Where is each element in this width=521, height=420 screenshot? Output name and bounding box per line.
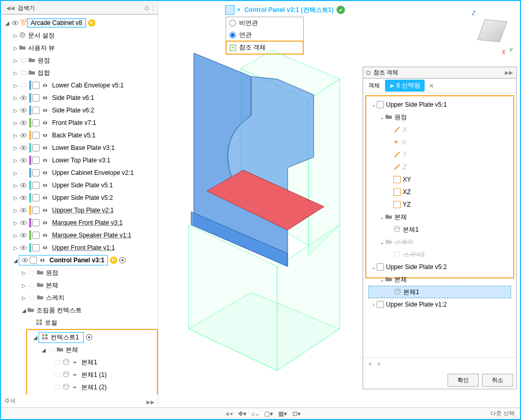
tree-item-body[interactable]: ➛본체1: [28, 356, 156, 368]
visibility-icon[interactable]: [19, 132, 28, 139]
caret-icon[interactable]: ▷: [13, 108, 19, 113]
tree-item-component[interactable]: ▷Lower Base Plate v3:1: [2, 142, 158, 154]
cancel-button[interactable]: 취소: [482, 374, 513, 387]
clear-selection-icon[interactable]: ✕: [429, 82, 434, 90]
radio-non-associative[interactable]: 비연관: [226, 17, 303, 29]
tree-item-component[interactable]: ▷Side Plate v6:2: [2, 104, 158, 117]
tree-item-component[interactable]: ▷Uppoer Top Plate v2:1: [2, 204, 158, 217]
tree-item[interactable]: ▷ 본체: [2, 279, 158, 291]
selection-count-tag[interactable]: ➤6 선택됨: [385, 80, 425, 92]
visibility-icon[interactable]: [19, 194, 28, 201]
tree-item-component[interactable]: ▷Upper Cabinet Envelope v2:1: [2, 167, 158, 179]
ref-item[interactable]: ›Upper Side Plate v1:2: [368, 298, 511, 311]
ref-item-body[interactable]: 본체1: [368, 223, 511, 236]
caret-icon[interactable]: ◢: [21, 308, 27, 313]
expand-arrows-icon[interactable]: ▶▶: [505, 70, 513, 75]
display-icon[interactable]: ▢▾: [264, 410, 273, 417]
pan-icon[interactable]: ✥▾: [238, 410, 246, 417]
tree-item-local[interactable]: ▷ 로컬: [2, 316, 158, 329]
visibility-icon[interactable]: [19, 144, 28, 151]
ref-item[interactable]: ⌄원점: [368, 111, 511, 123]
visibility-icon[interactable]: [19, 94, 28, 101]
ref-item-body-selected[interactable]: 본체1: [368, 286, 511, 298]
caret-icon[interactable]: ▷: [13, 220, 19, 226]
remove-icon[interactable]: ×: [377, 361, 381, 368]
collapse-arrows-icon[interactable]: ◀◀: [6, 5, 15, 11]
caret-icon[interactable]: ▷: [13, 133, 19, 138]
tree-item-component[interactable]: ▷Lower Top Plate v3:1: [2, 154, 158, 167]
activate-target-icon[interactable]: [119, 257, 126, 263]
visibility-icon[interactable]: [19, 182, 28, 189]
tree-item-component[interactable]: ▷Back Plate v5:1: [2, 129, 158, 142]
visibility-icon[interactable]: [19, 219, 28, 226]
caret-icon[interactable]: ▷: [13, 58, 19, 63]
caret-icon[interactable]: ▷: [13, 145, 19, 151]
caret-icon[interactable]: ◢: [32, 335, 39, 340]
radio-associative[interactable]: 연관: [226, 29, 303, 41]
visibility-icon[interactable]: [10, 19, 20, 27]
ref-item-origin-pt[interactable]: ✦⊙: [368, 136, 511, 148]
caret-icon[interactable]: ▷: [13, 195, 19, 201]
visibility-off-icon[interactable]: [53, 371, 63, 378]
caret-icon[interactable]: ◢: [13, 258, 19, 263]
ref-item-plane[interactable]: XY: [368, 173, 511, 186]
tree-item[interactable]: ▷ 접합: [2, 67, 158, 79]
add-icon[interactable]: +: [368, 361, 372, 368]
caret-icon[interactable]: ▷: [13, 233, 19, 238]
visibility-off-icon[interactable]: [53, 384, 63, 391]
snap-icon[interactable]: ⊡▾: [292, 410, 301, 417]
tree-item[interactable]: ▷ 사용자 뷰: [2, 42, 158, 54]
ref-item[interactable]: ⌄Upper Side Plate v5:1: [368, 98, 511, 111]
viewport-3d[interactable]: [163, 48, 361, 391]
tree-item-component[interactable]: ▷Upper Side Plate v5:1: [2, 179, 158, 192]
caret-icon[interactable]: ▷: [13, 45, 19, 51]
tree-item-component[interactable]: ▷Front Plate v7:1: [2, 117, 158, 129]
view-cube[interactable]: Z Y X: [471, 11, 513, 53]
visibility-off-icon[interactable]: [47, 346, 56, 353]
root-label[interactable]: Arcade Cabinet v8: [27, 18, 86, 28]
browser-settings-icon[interactable]: [145, 6, 149, 10]
visibility-off-icon[interactable]: [19, 69, 28, 77]
check-icon[interactable]: ✔: [337, 6, 345, 14]
ref-item[interactable]: ⌄본체: [368, 273, 511, 286]
ref-item-axis[interactable]: X: [368, 123, 511, 136]
caret-icon[interactable]: ▷: [21, 295, 27, 301]
caret-icon[interactable]: ▷: [13, 170, 19, 176]
zoom-icon[interactable]: ⌕▾: [252, 410, 259, 417]
visibility-off-icon[interactable]: [19, 57, 28, 64]
tree-item[interactable]: ◢ 본체: [28, 343, 156, 356]
caret-icon[interactable]: ▷: [13, 33, 19, 39]
caret-icon[interactable]: ▷: [21, 270, 27, 276]
tree-item[interactable]: ▷ 문서 설정: [2, 29, 158, 42]
tree-item-body[interactable]: ➛본체1 (1): [28, 368, 156, 381]
ref-item[interactable]: 스케치1: [368, 248, 511, 261]
caret-icon[interactable]: ▷: [13, 245, 19, 251]
tree-item-component[interactable]: ▷Side Plate v6:1: [2, 92, 158, 104]
visibility-icon[interactable]: [19, 207, 28, 214]
update-badge-icon[interactable]: ↻: [110, 257, 117, 264]
ok-button[interactable]: 확인: [448, 374, 479, 387]
tree-item-context1[interactable]: ◢ 컨텍스트1: [28, 331, 156, 343]
tree-item-component[interactable]: ▷Upper Side Plate v5:2: [2, 192, 158, 204]
ref-item-axis[interactable]: Y: [368, 148, 511, 161]
caret-icon[interactable]: ▷: [13, 158, 19, 163]
visibility-icon[interactable]: [20, 257, 30, 264]
component-header-label[interactable]: Control Panel v3:1 (컨텍스트1): [244, 6, 333, 15]
tab-objects[interactable]: 객체: [363, 80, 385, 92]
caret-icon[interactable]: ▷: [13, 95, 19, 101]
ref-item-plane[interactable]: YZ: [368, 198, 511, 211]
tree-item-control-panel[interactable]: ◢ Control Panel v3:1 ↻: [2, 254, 158, 266]
visibility-off-icon[interactable]: [27, 282, 36, 289]
visibility-off-icon[interactable]: [53, 359, 63, 366]
visibility-icon[interactable]: [19, 82, 28, 89]
visibility-icon[interactable]: [19, 107, 28, 114]
caret-icon[interactable]: ◢: [4, 20, 10, 26]
caret-icon[interactable]: ▷: [13, 208, 19, 213]
activate-target-icon[interactable]: [86, 334, 92, 340]
caret-icon[interactable]: ▷: [13, 70, 19, 76]
ref-item[interactable]: ⌄본체: [368, 211, 511, 223]
expand-arrows-icon[interactable]: ▶▶: [146, 399, 155, 405]
annotation-tab[interactable]: 주석: [4, 397, 16, 405]
chevron-down-icon[interactable]: ▼: [237, 7, 241, 12]
tree-item-component[interactable]: ▷Marquee Speaker Plate v1:1: [2, 229, 158, 241]
